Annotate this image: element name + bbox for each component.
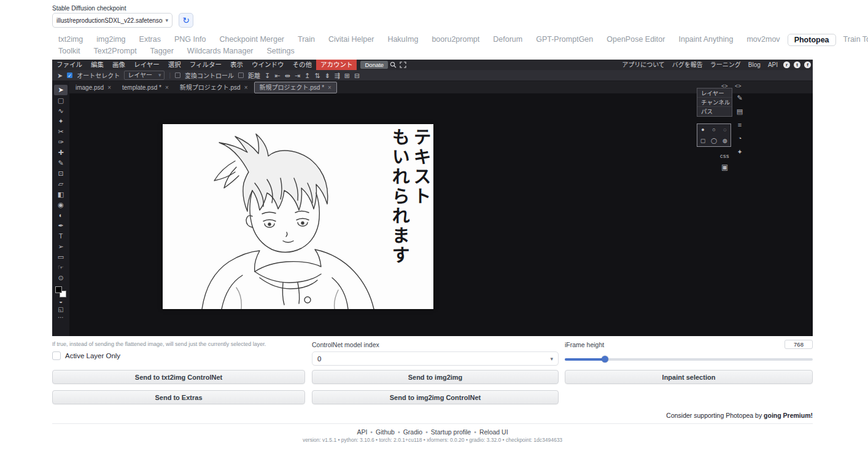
panel-menu-layers[interactable]: レイヤー [697,88,732,98]
history-panel-icon[interactable]: ◔ [734,135,746,142]
donate-button[interactable]: Donate [360,61,388,69]
menu-learning[interactable]: ラーニング [707,60,745,70]
align-right-icon[interactable]: ⇥ [295,70,300,81]
lasso-tool[interactable]: ∿ [54,106,68,116]
distribute-h-icon[interactable]: ⊞ [344,70,350,81]
footer-link-reload-ui[interactable]: Reload UI [479,428,508,436]
tab-wildcards-manager[interactable]: Wildcards Manager [181,45,260,57]
menu-report-bug[interactable]: バグを報告 [668,60,707,70]
hand-tool[interactable]: ☞ [54,262,68,273]
pattern-circle-icon[interactable]: ◍ [723,138,727,144]
stroke-circle-icon[interactable]: ○ [712,127,715,133]
css-panel-badge[interactable]: css [720,153,729,159]
shape-tool[interactable]: ▭ [54,252,68,262]
footer-link-github[interactable]: Github [376,428,395,436]
tab-gpt-promptgen[interactable]: GPT-PromptGen [530,34,599,46]
menu-select[interactable]: 選択 [164,60,185,70]
align-center-icon[interactable]: ⇹ [285,70,290,81]
screen-mode-icon[interactable]: ◱ [54,305,68,313]
layer-select-dropdown[interactable]: レイヤー ▾ [124,71,165,80]
tab-openpose-editor[interactable]: OpenPose Editor [600,34,671,46]
menu-window[interactable]: ウインドウ [247,60,289,70]
tab-train[interactable]: Train [292,34,321,46]
footer-link-startup-profile[interactable]: Startup profile [431,428,471,436]
iframe-height-slider[interactable] [565,356,813,363]
fill-circle-icon[interactable]: ● [701,127,704,133]
path-select-tool[interactable]: ➢ [54,241,68,252]
doc-tab-new-project-1[interactable]: 新規プロジェクト.psd × [175,82,253,93]
layers-panel-icon[interactable]: ≡ [734,121,746,128]
menu-edit[interactable]: 編集 [87,60,108,70]
document-canvas[interactable]: テキスト もいれられます [163,124,433,309]
gradient-tool[interactable]: ◧ [54,189,68,200]
align-middle-icon[interactable]: ⇅ [314,70,320,81]
select-tool[interactable]: ▢ [54,95,68,106]
tab-text2prompt[interactable]: Text2Prompt [87,45,142,57]
close-icon[interactable]: × [165,84,169,92]
swatches-panel-icon[interactable]: ▤ [734,108,746,116]
slider-handle[interactable] [602,356,608,363]
eraser-tool[interactable]: ▱ [54,179,68,189]
controlnet-index-dropdown[interactable]: 0 ▾ [312,351,559,366]
tab-booru2prompt[interactable]: booru2prompt [425,34,486,46]
rect-icon[interactable]: ▢ [700,138,706,144]
zoom-tool[interactable]: ⊙ [54,273,68,283]
tab-hakuimg[interactable]: HakuImg [381,34,424,46]
clone-stamp-tool[interactable]: ⊡ [54,168,68,179]
tab-tagger[interactable]: Tagger [144,45,180,57]
twitter-icon[interactable]: t [794,61,800,68]
eyedropper-tool[interactable]: ✑ [54,137,68,147]
brush-tool[interactable]: ✎ [54,158,68,168]
doc-tab-template[interactable]: template.psd * × [117,82,174,93]
move-tool[interactable]: ➤ [54,85,68,95]
send-to-extras-button[interactable]: Send to Extras [52,390,305,404]
footer-link-gradio[interactable]: Gradio [403,428,423,436]
heal-tool[interactable]: ✚ [54,147,68,158]
type-tool[interactable]: T [54,231,68,241]
menu-image[interactable]: 画像 [108,60,130,70]
doc-tab-new-project-2[interactable]: 新規プロジェクト.psd * × [254,82,337,93]
code-icon[interactable]: <> [721,83,728,89]
menu-file[interactable]: ファイル [52,60,87,70]
download-icon[interactable]: ↧ [265,70,270,81]
tab-civitai-helper[interactable]: Civitai Helper [322,34,380,46]
tab-png-info[interactable]: PNG Info [168,34,212,46]
close-icon[interactable]: × [328,84,331,92]
refresh-checkpoint-button[interactable]: ↻ [179,13,193,28]
ellipse-icon[interactable]: ◯ [711,138,717,144]
code-icon[interactable]: <> [735,83,742,89]
send-to-txt2img-controlnet-button[interactable]: Send to txt2img ControlNet [52,370,305,384]
tab-extras[interactable]: Extras [133,34,167,46]
tab-deforum[interactable]: Deforum [487,34,529,46]
menu-view[interactable]: 表示 [226,60,247,70]
distribute-icon[interactable]: ⇶ [335,70,340,81]
crop-tool[interactable]: ✂ [54,127,68,137]
align-left-icon[interactable]: ⇤ [274,70,280,81]
tab-inpaint-anything[interactable]: Inpaint Anything [672,34,739,46]
reddit-icon[interactable]: r [783,61,790,68]
tab-toolkit[interactable]: Toolkit [52,45,86,57]
more-tools-icon[interactable]: ⋯ [54,313,68,321]
fullscreen-icon[interactable] [398,60,408,70]
menu-more[interactable]: その他 [288,60,316,70]
magic-wand-tool[interactable]: ✦ [54,116,68,127]
tab-txt2img[interactable]: txt2img [52,34,89,46]
close-icon[interactable]: × [244,84,248,92]
inpaint-selection-button[interactable]: Inpaint selection [565,370,813,384]
star-panel-icon[interactable]: ✦ [734,148,746,156]
color-swatches[interactable] [55,286,66,297]
premium-link[interactable]: going Premium! [764,412,813,419]
blur-tool[interactable]: ◉ [54,200,68,210]
menu-blog[interactable]: Blog [745,60,764,70]
panel-menu-paths[interactable]: パス [697,107,732,116]
distance-checkbox[interactable] [238,73,244,78]
send-to-img2img-controlnet-button[interactable]: Send to img2img ControlNet [312,390,559,404]
tab-checkpoint-merger[interactable]: Checkpoint Merger [213,34,290,46]
send-to-img2img-button[interactable]: Send to img2img [312,370,559,384]
menu-layer[interactable]: レイヤー [130,60,164,70]
dodge-tool[interactable]: ◐ [54,210,68,221]
checkpoint-dropdown[interactable]: illust/reproductionSDXL_v22.safetensors … [52,13,172,28]
menu-filter[interactable]: フィルター [185,60,226,70]
foreground-color-swatch[interactable] [55,286,62,293]
align-top-icon[interactable]: ↥ [304,70,310,81]
